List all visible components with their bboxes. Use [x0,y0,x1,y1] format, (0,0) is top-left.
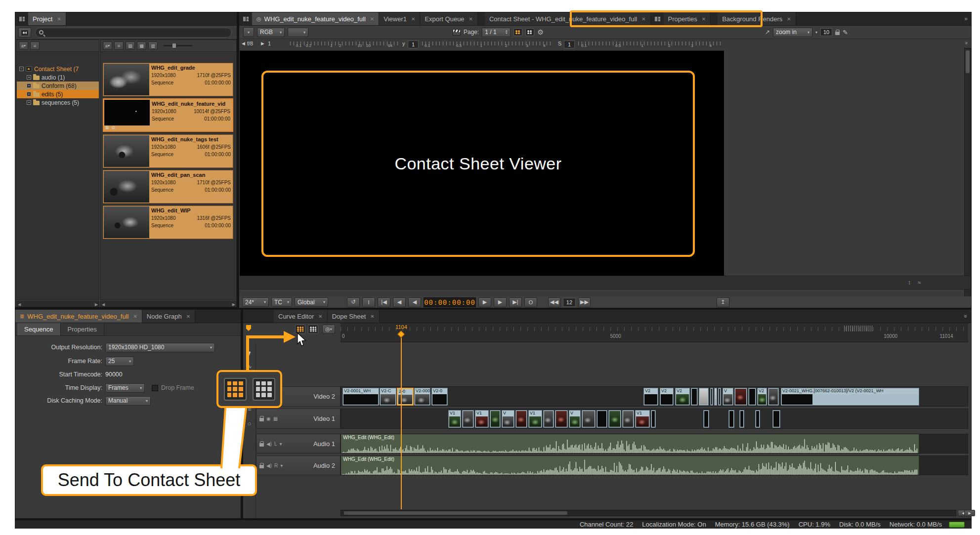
close-icon[interactable]: ✕ [318,314,322,319]
view-mode-button[interactable] [18,28,31,38]
send-to-contact-sheet-icon[interactable] [295,325,305,334]
collapse-icon[interactable]: − [19,67,24,71]
timeline-clip[interactable]: V [723,388,733,406]
viewer-tab-4[interactable]: Properties✕ [664,12,711,25]
speaker-icon[interactable]: ◀) [266,441,272,447]
close-icon[interactable]: ✕ [370,16,374,22]
thumbnail-size-slider[interactable] [164,45,192,46]
timeline-clip[interactable]: V2 [757,388,767,406]
viewer-tab-2[interactable]: Export Queue✕ [420,12,478,25]
chevron-down-icon[interactable]: ▾ [280,441,282,447]
collapse-chevrons-icon[interactable]: » [963,311,970,322]
viewer-tab-1[interactable]: Viewer1✕ [379,12,420,25]
timeline-clip[interactable] [699,388,709,406]
slider-knob[interactable] [172,43,176,48]
timeline-clip[interactable]: V [569,410,581,428]
search-input[interactable] [35,28,232,38]
timeline-clip[interactable] [543,410,554,428]
timeline-clip[interactable]: V2-0001_WH [342,388,379,406]
detail-view-button[interactable]: ▥ [148,41,158,50]
close-icon[interactable]: ✕ [787,16,791,22]
bin-item-0[interactable]: WHG_edit_grade1920x10801710f @25FPSSeque… [103,63,233,96]
transport-button[interactable]: ◀ [393,297,406,307]
bin-item-2[interactable]: WHG_edit_nuke_tags test1920x10801606f @2… [103,134,233,168]
zoom-dropdown[interactable]: zoom in▾ [773,28,812,37]
lock-icon[interactable] [259,418,264,421]
fps-dropdown[interactable]: 24*▾ [242,297,269,307]
timeline-clip[interactable]: V2-0021_WHG.[007662-010013]/V2 (V2-0021_… [781,388,919,406]
timeline-clip[interactable]: V2-000 [414,388,430,406]
viewer-tab-0[interactable]: ◎WHG_edit_nuke_feature_video_full✕ [252,12,379,25]
panel-menu-icon[interactable] [18,16,26,22]
flipbook-grid-icon[interactable] [308,325,318,334]
close-icon[interactable]: ✕ [469,16,473,22]
track-header-audio-1[interactable]: ◀)L▾Audio 1 [256,434,341,453]
timeline-clip[interactable] [691,388,698,406]
track-lane-audio2[interactable]: WHG_Edit (WHG_Edit) [341,455,968,475]
tab-project[interactable]: Project ✕ [28,12,66,25]
close-icon[interactable]: ✕ [702,16,706,22]
sync-tool-icon[interactable]: ○ [248,420,252,427]
timecode-mode-dropdown[interactable]: TC▾ [271,297,292,307]
arrow-left-icon[interactable]: ◀ [242,41,245,46]
track-header-audio-2[interactable]: ◀)R▾Audio 2 [256,455,341,475]
close-icon[interactable]: ✕ [133,314,137,319]
scroll-thumb[interactable] [344,511,567,515]
start-timecode-value[interactable]: 90000 [105,371,123,378]
timeline-clip[interactable] [622,410,634,428]
range-dropdown[interactable]: Global▾ [295,297,328,307]
timeline-clip[interactable] [582,410,596,428]
close-icon[interactable]: ✕ [370,314,374,319]
subtab-properties[interactable]: Properties [61,323,104,335]
page-dropdown[interactable]: 1 / 1 ▲▼ [482,28,511,37]
collapse-chevrons-icon[interactable]: » [964,41,970,44]
expand-icon[interactable]: + [27,92,31,96]
timeline-ruler[interactable]: 050001000011014 [341,323,968,342]
page-stepper[interactable]: ▲▼ [505,30,508,35]
time-display-dropdown[interactable]: Frames▾ [105,383,145,393]
track-lane-video2[interactable]: V2-0001_WHV2-C2-0V2-000V2-0V2V2V2VV2V2-0… [341,386,968,407]
speaker-icon[interactable]: ◀) [266,463,272,468]
disk-caching-dropdown[interactable]: Manual▾ [105,396,151,406]
tree-item-1[interactable]: +audio (1) [17,73,99,82]
transport-button[interactable]: ▶ [494,297,507,307]
layer-dropdown[interactable]: ▾ [288,28,308,37]
list-view-button[interactable]: ≡ [114,41,124,50]
collapse-chevrons-icon[interactable]: » [961,15,971,22]
timeline-clip[interactable]: V2 [643,388,658,406]
saturation-field[interactable]: 1 [564,41,575,48]
viewer-viewport[interactable] [240,51,724,276]
timeline-clip[interactable]: V2 [675,388,690,406]
panel-menu-icon[interactable] [654,16,661,22]
tree-hscrollbar[interactable]: ◀▶ [16,301,99,307]
tree-item-3[interactable]: +edits (5) [17,90,99,98]
drop-frame-checkbox[interactable] [152,385,158,391]
transport-button[interactable]: ↺ [347,297,360,307]
timeline-clip[interactable] [710,388,713,406]
transport-button[interactable]: O [524,297,537,307]
chevron-down-icon[interactable]: ▾ [280,463,283,468]
bin-item-3[interactable]: WHG_edit_pan_scan1920x10801710f @25FPSSe… [103,170,233,204]
timeline-clip[interactable]: V [502,410,514,428]
subtab-sequence[interactable]: Sequence [17,323,61,335]
scroll-right-button[interactable]: ▶ [964,510,975,516]
tab-sequence-timeline[interactable]: ≣ WHG_edit_nuke_feature_video_full ✕ [15,310,142,323]
sort-az-button[interactable]: a▾ [103,41,112,50]
transport-button[interactable]: |◀ [378,297,390,307]
transport-button[interactable]: ◀ [408,297,421,307]
timeline-clip[interactable] [728,410,734,428]
close-icon[interactable]: ✕ [411,16,415,22]
scroll-thumb[interactable] [966,50,970,73]
timeline-clip[interactable] [734,388,747,406]
close-icon[interactable]: ✕ [186,314,190,319]
sort-az-button[interactable]: a▾ [19,41,28,50]
output-resolution-dropdown[interactable]: 1920x1080 HD_1080▾ [105,343,215,352]
timeline-clip[interactable]: V2-C [380,388,396,406]
tree-item-4[interactable]: +sequences (5) [17,98,99,107]
gain-steps-field[interactable]: 10 [820,28,832,36]
gamma-field[interactable]: 1 [408,41,419,48]
transport-button[interactable]: ▶ [478,297,491,307]
timeline-clip[interactable] [748,388,756,406]
tab-dope-sheet[interactable]: Dope Sheet ✕ [328,310,380,323]
tab-curve-editor[interactable]: Curve Editor ✕ [274,310,328,323]
